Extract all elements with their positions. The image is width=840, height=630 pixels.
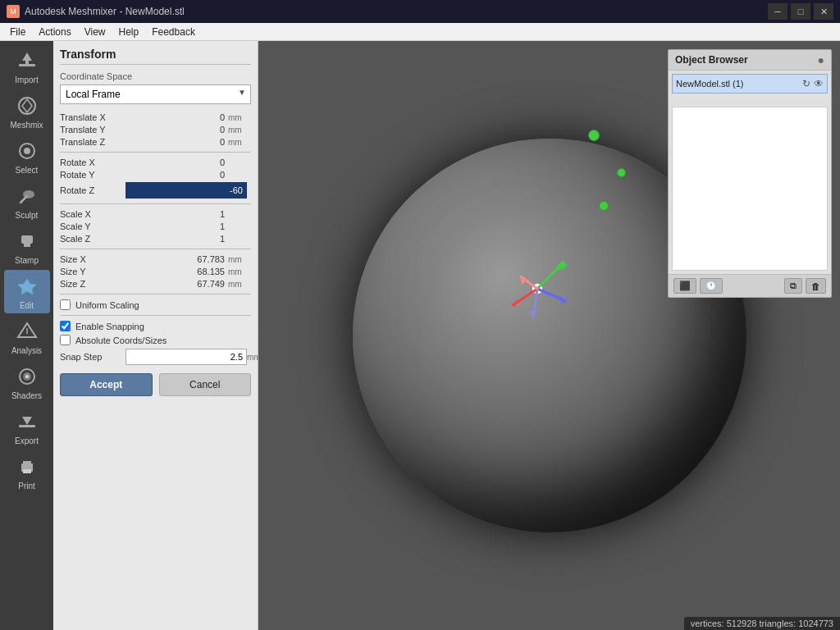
- menu-actions[interactable]: Actions: [32, 25, 77, 39]
- divider-4: [60, 294, 251, 294]
- ob-cube-button[interactable]: ⬛: [673, 278, 696, 294]
- size-x-value: 67.783: [126, 254, 228, 264]
- svg-rect-9: [21, 235, 33, 244]
- object-browser: Object Browser ● NewModel.stl (1) ↻ 👁 ⬛ …: [668, 49, 832, 298]
- translate-z-value: 0: [126, 137, 228, 147]
- analysis-icon: [14, 318, 40, 345]
- translate-z-unit: mm: [228, 138, 251, 147]
- shaders-label: Shaders: [11, 391, 42, 400]
- rotate-z-row: Rotate Z: [60, 182, 251, 199]
- maximize-button[interactable]: □: [791, 3, 810, 20]
- ob-close-button[interactable]: ●: [818, 53, 824, 66]
- svg-line-8: [21, 196, 27, 203]
- ob-trash-button[interactable]: 🗑: [806, 278, 826, 294]
- divider-5: [60, 315, 251, 316]
- translate-x-unit: mm: [228, 113, 251, 122]
- ob-eye-icon[interactable]: 👁: [814, 78, 824, 89]
- tool-import[interactable]: Import: [4, 44, 50, 88]
- divider-1: [60, 152, 251, 153]
- tool-print[interactable]: Print: [4, 450, 50, 494]
- translate-y-label: Translate Y: [60, 125, 126, 135]
- menu-help[interactable]: Help: [112, 25, 146, 39]
- scale-y-label: Scale Y: [60, 221, 126, 231]
- statusbar-text: vertices: 512928 triangles: 1024773: [691, 619, 833, 628]
- translate-y-unit: mm: [228, 126, 251, 135]
- size-z-unit: mm: [228, 280, 251, 289]
- absolute-coords-checkbox[interactable]: [60, 335, 71, 345]
- rotate-y-row: Rotate Y 0: [60, 170, 251, 180]
- ob-clock-button[interactable]: 🕐: [700, 278, 723, 294]
- svg-marker-11: [18, 279, 36, 294]
- menubar: File Actions View Help Feedback: [0, 23, 840, 41]
- translate-z-label: Translate Z: [60, 137, 126, 147]
- size-x-row: Size X 67.783 mm: [60, 254, 251, 264]
- divider-3: [60, 249, 251, 249]
- rotate-z-label: Rotate Z: [60, 185, 126, 195]
- statusbar: vertices: 512928 triangles: 1024773: [684, 617, 840, 630]
- size-z-value: 67.749: [126, 279, 228, 289]
- size-y-value: 68.135: [126, 267, 228, 276]
- cancel-button[interactable]: Cancel: [159, 373, 252, 396]
- translate-x-row: Translate X 0 mm: [60, 112, 251, 122]
- viewport[interactable]: Object Browser ● NewModel.stl (1) ↻ 👁 ⬛ …: [258, 41, 840, 630]
- coord-space-select[interactable]: Local Frame World Frame: [60, 84, 251, 104]
- svg-rect-22: [23, 469, 31, 473]
- analysis-label: Analysis: [11, 346, 42, 355]
- uniform-scaling-checkbox[interactable]: [60, 299, 71, 310]
- absolute-coords-row: Absolute Coords/Sizes: [60, 335, 251, 345]
- ob-refresh-icon[interactable]: ↻: [802, 78, 810, 89]
- import-label: Import: [15, 75, 38, 84]
- tool-edit[interactable]: Edit: [4, 270, 50, 313]
- divider-2: [60, 203, 251, 204]
- enable-snapping-checkbox[interactable]: [60, 321, 71, 331]
- tool-shaders[interactable]: Shaders: [4, 360, 50, 404]
- snap-step-input[interactable]: [126, 349, 247, 365]
- tool-meshmix[interactable]: Meshmix: [4, 89, 50, 133]
- minimize-button[interactable]: ─: [768, 3, 788, 20]
- menu-feedback[interactable]: Feedback: [145, 25, 202, 39]
- shaders-icon: [14, 363, 40, 390]
- rotate-x-value: 0: [126, 158, 228, 167]
- svg-marker-30: [529, 311, 537, 317]
- titlebar: M Autodesk Meshmixer - NewModel.stl ─ □ …: [0, 0, 840, 23]
- tool-analysis[interactable]: Analysis: [4, 315, 50, 358]
- translate-z-row: Translate Z 0 mm: [60, 137, 251, 147]
- uniform-scaling-row: Uniform Scaling: [60, 299, 251, 310]
- snap-step-label: Snap Step: [60, 352, 126, 362]
- coord-space-label: Coordinate Space: [60, 71, 251, 81]
- transform-gizmo: [488, 240, 587, 338]
- scale-y-value: 1: [126, 221, 228, 231]
- tool-stamp[interactable]: Stamp: [4, 225, 50, 268]
- ob-header: Object Browser ●: [669, 50, 831, 71]
- ob-copy-button[interactable]: ⧉: [784, 278, 802, 294]
- rotate-z-input[interactable]: [126, 182, 247, 199]
- export-icon: [14, 409, 40, 435]
- ob-footer: ⬛ 🕐 ⧉ 🗑: [669, 274, 831, 297]
- size-z-row: Size Z 67.749 mm: [60, 279, 251, 289]
- print-label: Print: [18, 482, 35, 491]
- menu-view[interactable]: View: [78, 25, 112, 39]
- svg-rect-21: [23, 461, 31, 464]
- rotate-y-label: Rotate Y: [60, 170, 126, 180]
- ob-item[interactable]: NewModel.stl (1) ↻ 👁: [672, 74, 828, 94]
- tool-sculpt[interactable]: Sculpt: [4, 180, 50, 223]
- close-button[interactable]: ✕: [814, 3, 833, 20]
- select-icon: [14, 138, 40, 164]
- scale-x-label: Scale X: [60, 209, 126, 219]
- menu-file[interactable]: File: [3, 25, 32, 39]
- svg-point-16: [25, 375, 29, 378]
- svg-point-6: [24, 148, 30, 154]
- action-buttons: Accept Cancel: [60, 373, 251, 396]
- absolute-coords-label: Absolute Coords/Sizes: [75, 336, 167, 345]
- scale-z-value: 1: [126, 234, 228, 244]
- size-y-unit: mm: [228, 267, 251, 276]
- tool-select[interactable]: Select: [4, 135, 50, 178]
- sculpt-label: Sculpt: [16, 211, 39, 220]
- meshmix-label: Meshmix: [10, 121, 43, 130]
- scale-x-value: 1: [126, 209, 228, 219]
- accept-button[interactable]: Accept: [60, 373, 153, 396]
- app-icon: M: [7, 5, 20, 18]
- edit-icon: [14, 273, 40, 299]
- rotate-x-row: Rotate X 0: [60, 158, 251, 167]
- tool-export[interactable]: Export: [4, 405, 50, 449]
